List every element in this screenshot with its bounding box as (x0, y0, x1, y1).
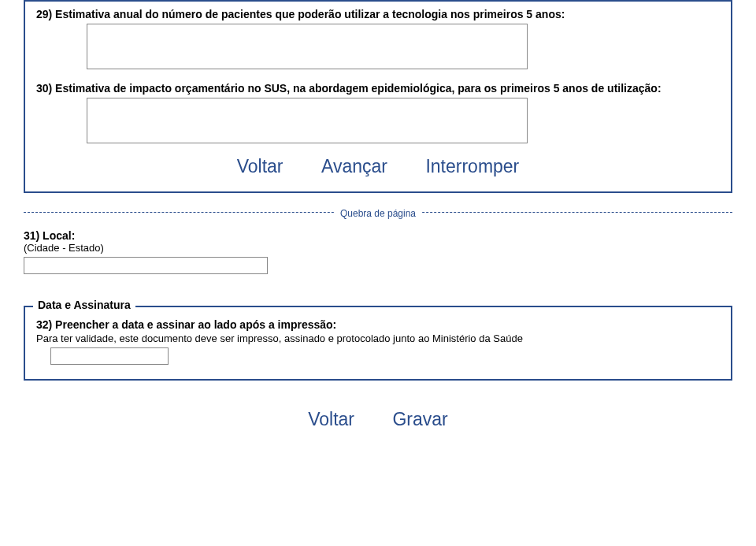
question-32: 32) Preencher a data e assinar ao lado a… (36, 318, 720, 331)
local-title: 31) Local: (24, 229, 732, 242)
input-q29[interactable] (87, 24, 528, 69)
signature-note: Para ter validade, este documento deve s… (36, 332, 720, 344)
voltar-button[interactable]: Voltar (237, 156, 284, 177)
input-local[interactable] (24, 257, 268, 274)
signature-legend: Data e Assinatura (33, 299, 135, 311)
input-signature-date[interactable] (50, 347, 169, 365)
gravar-button[interactable]: Gravar (392, 409, 447, 430)
form-section-box: 29) Estimativa anual do número de pacien… (24, 0, 732, 193)
signature-fieldset: Data e Assinatura 32) Preencher a data e… (24, 306, 732, 381)
question-29: 29) Estimativa anual do número de pacien… (36, 8, 720, 20)
interromper-button[interactable]: Interromper (425, 156, 519, 177)
bottom-button-row: Voltar Gravar (0, 409, 756, 430)
page-break-divider: Quebra de página (24, 206, 732, 218)
page-break-label: Quebra de página (334, 208, 422, 219)
input-q30[interactable] (87, 98, 528, 143)
voltar-button-bottom[interactable]: Voltar (308, 409, 354, 430)
nav-button-row: Voltar Avançar Interromper (36, 156, 720, 180)
local-section: 31) Local: (Cidade - Estado) (24, 229, 732, 274)
avancar-button[interactable]: Avançar (321, 156, 387, 177)
question-30: 30) Estimativa de impacto orçamentário n… (36, 82, 720, 95)
local-subtitle: (Cidade - Estado) (24, 242, 732, 254)
